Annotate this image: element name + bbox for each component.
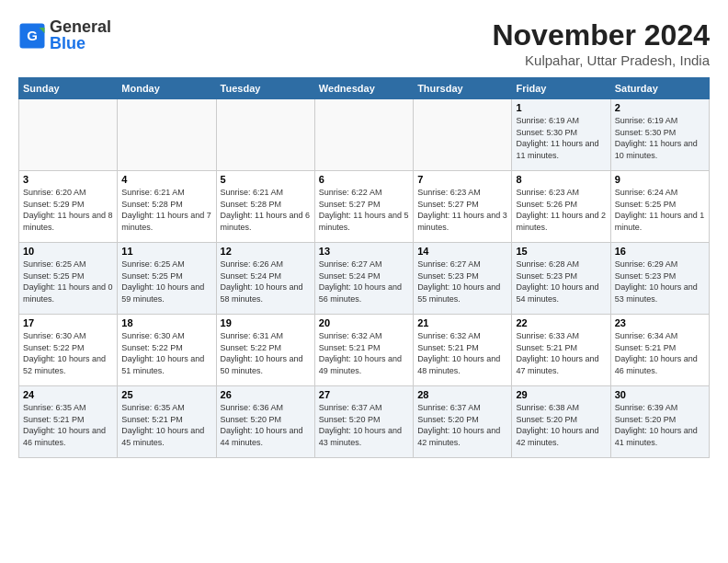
day-info: Sunrise: 6:25 AM Sunset: 5:25 PM Dayligh… [23,259,113,304]
calendar-day-cell: 13Sunrise: 6:27 AM Sunset: 5:24 PM Dayli… [314,243,413,315]
day-info: Sunrise: 6:27 AM Sunset: 5:23 PM Dayligh… [417,259,507,304]
svg-text:G: G [27,27,38,42]
day-info: Sunrise: 6:19 AM Sunset: 5:30 PM Dayligh… [615,115,705,161]
day-info: Sunrise: 6:26 AM Sunset: 5:24 PM Dayligh… [221,259,311,304]
day-number: 17 [23,317,113,328]
day-info: Sunrise: 6:35 AM Sunset: 5:21 PM Dayligh… [23,402,113,448]
month-title: November 2024 [492,18,710,52]
day-info: Sunrise: 6:19 AM Sunset: 5:30 PM Dayligh… [516,115,606,161]
calendar-day-cell: 23Sunrise: 6:34 AM Sunset: 5:21 PM Dayli… [610,315,709,386]
day-info: Sunrise: 6:34 AM Sunset: 5:21 PM Dayligh… [615,330,705,376]
day-number: 27 [319,389,409,400]
day-number: 30 [615,389,705,400]
calendar-day-cell: 6Sunrise: 6:22 AM Sunset: 5:27 PM Daylig… [314,171,413,243]
calendar-day-cell: 28Sunrise: 6:37 AM Sunset: 5:20 PM Dayli… [414,386,512,458]
day-number: 12 [221,246,311,257]
calendar-day-cell: 11Sunrise: 6:25 AM Sunset: 5:25 PM Dayli… [118,243,216,315]
day-info: Sunrise: 6:31 AM Sunset: 5:22 PM Dayligh… [221,330,311,376]
calendar-day-cell: 15Sunrise: 6:28 AM Sunset: 5:23 PM Dayli… [512,243,610,315]
calendar-day-cell: 12Sunrise: 6:26 AM Sunset: 5:24 PM Dayli… [216,243,314,315]
day-number: 24 [23,389,113,400]
day-number: 6 [319,174,409,185]
day-info: Sunrise: 6:21 AM Sunset: 5:28 PM Dayligh… [121,187,211,233]
calendar-day-cell: 2Sunrise: 6:19 AM Sunset: 5:30 PM Daylig… [610,99,709,171]
day-number: 23 [615,317,705,328]
day-info: Sunrise: 6:30 AM Sunset: 5:22 PM Dayligh… [23,330,113,376]
day-info: Sunrise: 6:32 AM Sunset: 5:21 PM Dayligh… [417,330,507,376]
calendar-day-cell [414,99,512,171]
calendar-day-cell: 21Sunrise: 6:32 AM Sunset: 5:21 PM Dayli… [414,315,512,386]
day-number: 10 [23,246,113,257]
calendar-day-cell: 7Sunrise: 6:23 AM Sunset: 5:27 PM Daylig… [414,171,512,243]
day-number: 22 [516,317,606,328]
day-info: Sunrise: 6:27 AM Sunset: 5:24 PM Dayligh… [319,259,409,304]
subtitle: Kulpahar, Uttar Pradesh, India [492,52,710,68]
day-info: Sunrise: 6:23 AM Sunset: 5:26 PM Dayligh… [516,187,606,233]
weekday-header-thursday: Thursday [414,78,512,99]
calendar-day-cell: 10Sunrise: 6:25 AM Sunset: 5:25 PM Dayli… [19,243,118,315]
day-info: Sunrise: 6:23 AM Sunset: 5:27 PM Dayligh… [417,187,507,233]
weekday-header-friday: Friday [512,78,610,99]
title-section: November 2024 Kulpahar, Uttar Pradesh, I… [492,18,710,68]
day-number: 14 [417,246,507,257]
day-number: 4 [121,174,211,185]
day-number: 3 [23,174,113,185]
day-info: Sunrise: 6:37 AM Sunset: 5:20 PM Dayligh… [319,402,409,448]
day-number: 5 [221,174,311,185]
calendar-week-4: 17Sunrise: 6:30 AM Sunset: 5:22 PM Dayli… [19,315,710,386]
day-info: Sunrise: 6:30 AM Sunset: 5:22 PM Dayligh… [121,330,211,376]
calendar-day-cell: 18Sunrise: 6:30 AM Sunset: 5:22 PM Dayli… [118,315,216,386]
calendar-table: SundayMondayTuesdayWednesdayThursdayFrid… [18,77,710,458]
calendar-day-cell: 4Sunrise: 6:21 AM Sunset: 5:28 PM Daylig… [118,171,216,243]
calendar-day-cell: 27Sunrise: 6:37 AM Sunset: 5:20 PM Dayli… [314,386,413,458]
calendar-day-cell: 5Sunrise: 6:21 AM Sunset: 5:28 PM Daylig… [216,171,314,243]
day-number: 7 [417,174,507,185]
day-info: Sunrise: 6:21 AM Sunset: 5:28 PM Dayligh… [221,187,311,233]
day-info: Sunrise: 6:38 AM Sunset: 5:20 PM Dayligh… [516,402,606,448]
weekday-header-saturday: Saturday [610,78,709,99]
day-info: Sunrise: 6:39 AM Sunset: 5:20 PM Dayligh… [615,402,705,448]
day-info: Sunrise: 6:28 AM Sunset: 5:23 PM Dayligh… [516,259,606,304]
calendar-week-3: 10Sunrise: 6:25 AM Sunset: 5:25 PM Dayli… [19,243,710,315]
calendar-day-cell: 30Sunrise: 6:39 AM Sunset: 5:20 PM Dayli… [610,386,709,458]
day-info: Sunrise: 6:25 AM Sunset: 5:25 PM Dayligh… [121,259,211,304]
weekday-header-row: SundayMondayTuesdayWednesdayThursdayFrid… [19,78,710,99]
calendar-day-cell: 20Sunrise: 6:32 AM Sunset: 5:21 PM Dayli… [314,315,413,386]
calendar-day-cell [19,99,118,171]
day-info: Sunrise: 6:29 AM Sunset: 5:23 PM Dayligh… [615,259,705,304]
day-number: 16 [615,246,705,257]
day-number: 9 [615,174,705,185]
day-number: 18 [121,317,211,328]
calendar-day-cell [118,99,216,171]
calendar-day-cell: 17Sunrise: 6:30 AM Sunset: 5:22 PM Dayli… [19,315,118,386]
logo: G General Blue [18,18,111,53]
weekday-header-wednesday: Wednesday [314,78,413,99]
day-info: Sunrise: 6:24 AM Sunset: 5:25 PM Dayligh… [615,187,705,233]
logo-line2: Blue [50,35,111,53]
calendar-day-cell: 1Sunrise: 6:19 AM Sunset: 5:30 PM Daylig… [512,99,610,171]
day-number: 21 [417,317,507,328]
day-number: 19 [221,317,311,328]
calendar-day-cell [216,99,314,171]
day-number: 25 [121,389,211,400]
day-info: Sunrise: 6:33 AM Sunset: 5:21 PM Dayligh… [516,330,606,376]
day-number: 29 [516,389,606,400]
calendar-day-cell: 9Sunrise: 6:24 AM Sunset: 5:25 PM Daylig… [610,171,709,243]
weekday-header-monday: Monday [118,78,216,99]
calendar-day-cell: 25Sunrise: 6:35 AM Sunset: 5:21 PM Dayli… [118,386,216,458]
logo-icon: G [18,22,46,50]
calendar-day-cell: 24Sunrise: 6:35 AM Sunset: 5:21 PM Dayli… [19,386,118,458]
day-number: 15 [516,246,606,257]
header: G General Blue November 2024 Kulpahar, U… [18,18,710,68]
day-info: Sunrise: 6:20 AM Sunset: 5:29 PM Dayligh… [23,187,113,233]
calendar-day-cell: 26Sunrise: 6:36 AM Sunset: 5:20 PM Dayli… [216,386,314,458]
day-number: 26 [221,389,311,400]
calendar-week-2: 3Sunrise: 6:20 AM Sunset: 5:29 PM Daylig… [19,171,710,243]
calendar-day-cell: 16Sunrise: 6:29 AM Sunset: 5:23 PM Dayli… [610,243,709,315]
calendar-day-cell: 14Sunrise: 6:27 AM Sunset: 5:23 PM Dayli… [414,243,512,315]
day-number: 28 [417,389,507,400]
weekday-header-tuesday: Tuesday [216,78,314,99]
day-number: 2 [615,102,705,113]
day-info: Sunrise: 6:36 AM Sunset: 5:20 PM Dayligh… [221,402,311,448]
day-number: 13 [319,246,409,257]
